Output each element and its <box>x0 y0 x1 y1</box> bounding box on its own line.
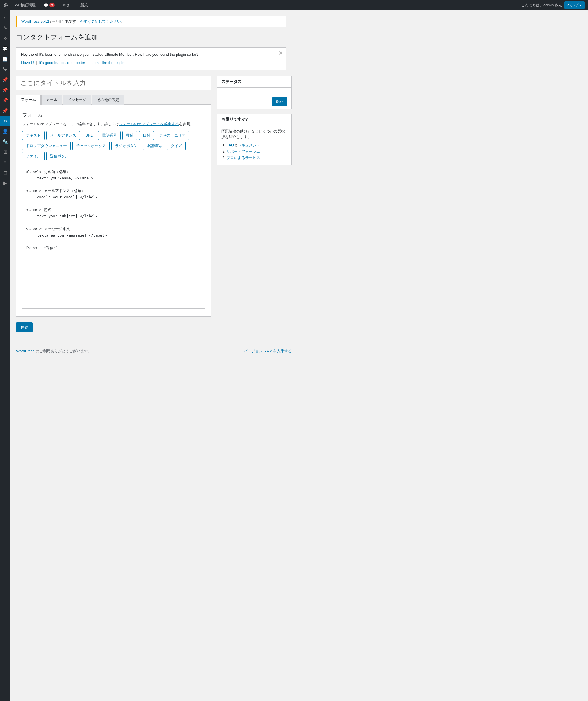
separator2: | <box>87 60 88 65</box>
sidebar-item-users[interactable]: 👤 <box>0 126 10 136</box>
update-notice: WordPress 5.4.2 が利用可能です！今すぐ更新してください。 <box>16 16 286 27</box>
tag-btn-date[interactable]: 日付 <box>139 131 154 140</box>
tab-email[interactable]: メール <box>41 95 62 105</box>
form-template-link[interactable]: フォームのテンプレートを編集する <box>119 122 179 126</box>
page-title: コンタクトフォームを追加 <box>16 33 582 42</box>
plugin-notice: Hey there! It's been one month since you… <box>16 47 286 70</box>
site-name-label: WP検証環境 <box>15 3 36 8</box>
tag-btn-dropdown[interactable]: ドロップダウンメニュー <box>22 142 71 150</box>
main-content: WordPress 5.4.2 が利用可能です！今すぐ更新してください。 コンタ… <box>10 10 588 701</box>
help-widget-title: お困りですか? <box>217 114 291 125</box>
sidebar-item-settings[interactable]: ≡ <box>0 157 10 167</box>
form-panel-title: フォーム <box>22 112 205 119</box>
sidebar-item-pin3[interactable]: 📌 <box>0 95 10 105</box>
tabs-nav: フォーム メール メッセージ その他の設定 <box>16 94 211 105</box>
tag-btn-text[interactable]: テキスト <box>22 131 44 140</box>
content-sidebar: ステータス 保存 お困りですか? 問題解決の助けとなるいくつかの選択肢を紹介しま… <box>217 76 292 332</box>
comments-item[interactable]: 💬 9 <box>42 0 56 10</box>
update-now-link[interactable]: 今すぐ更新してください <box>80 19 121 24</box>
form-desc-prefix: フォームのテンプレートをここで編集できます。詳しくは <box>22 122 119 126</box>
content-layout: フォーム メール メッセージ その他の設定 フォーム フォームのテンプレートをこ… <box>16 76 292 332</box>
tag-btn-number[interactable]: 数値 <box>122 131 137 140</box>
sidebar-item-pin2[interactable]: 📌 <box>0 85 10 95</box>
tabs-container: フォーム メール メッセージ その他の設定 フォーム フォームのテンプレートをこ… <box>16 94 211 317</box>
could-be-better-link[interactable]: It's good but could be better <box>39 60 85 65</box>
sidebar-item-contact[interactable]: ✉ <box>0 116 10 126</box>
status-widget-title: ステータス <box>217 76 291 87</box>
form-desc-suffix: を参照。 <box>179 122 194 126</box>
plugin-notice-text: Hey there! It's been one month since you… <box>21 52 281 58</box>
new-content-item[interactable]: + 新規 <box>75 0 89 10</box>
tag-btn-tel[interactable]: 電話番号 <box>98 131 121 140</box>
help-widget: お困りですか? 問題解決の助けとなるいくつかの選択肢を紹介します。 FAQとドキ… <box>217 114 292 165</box>
comment-icon: 💬 <box>44 3 48 7</box>
help-button[interactable]: ヘルプ ▾ <box>564 1 585 9</box>
greeting-text: こんにちは、admin さん <box>521 3 562 8</box>
version-link[interactable]: バージョン 5.4.2 を入手する <box>244 348 292 354</box>
wp-version-link[interactable]: WordPress 5.4.2 <box>21 19 49 24</box>
tag-btn-textarea[interactable]: テキストエリア <box>156 131 189 140</box>
update-notice-period: 。 <box>121 19 125 24</box>
sidebar-item-pages[interactable]: 📄 <box>0 54 10 64</box>
tab-other-settings[interactable]: その他の設定 <box>92 95 124 105</box>
sidebar-item-dashboard[interactable]: ⌂ <box>0 13 10 22</box>
tag-btn-url[interactable]: URL <box>81 131 96 140</box>
sidebar-item-pin4[interactable]: 📌 <box>0 105 10 115</box>
form-title-input[interactable] <box>16 76 211 90</box>
wp-logo-icon[interactable]: ⊕ <box>3 2 8 9</box>
help-label: ヘルプ <box>567 3 579 8</box>
site-name-item[interactable]: WP検証環境 <box>13 0 37 10</box>
tab-message[interactable]: メッセージ <box>63 95 91 105</box>
status-save-row: 保存 <box>217 94 291 109</box>
message-icon: ✉ <box>62 3 66 7</box>
separator1: | <box>36 60 37 65</box>
admin-bar: ⊕ WP検証環境 💬 9 ✉ 0 + 新規 こんにちは、admin さん ヘルプ… <box>0 0 588 10</box>
sidebar-item-play[interactable]: ▶ <box>0 178 10 188</box>
update-notice-text: が利用可能です！ <box>49 19 80 24</box>
messages-item[interactable]: ✉ 0 <box>61 0 71 10</box>
sidebar-item-feedback[interactable]: 🗨 <box>0 64 10 74</box>
form-panel: フォーム フォームのテンプレートをここで編集できます。詳しくはフォームのテンプレ… <box>16 105 211 317</box>
form-code-textarea[interactable]: <label> お名前（必須） [text* your-name] </labe… <box>22 165 205 308</box>
forum-link[interactable]: サポートフォーラム <box>226 149 260 154</box>
admin-sidebar: ⌂ ✎ ❖ 💬 📄 🗨 📌 📌 📌 📌 ✉ 👤 🔩 ⊞ ≡ ⊡ ▶ <box>0 10 10 701</box>
tag-btn-acceptance[interactable]: 承諾確認 <box>143 142 165 150</box>
new-content-label: + 新規 <box>77 3 87 8</box>
chevron-down-icon: ▾ <box>580 3 582 7</box>
help-description: 問題解決の助けとなるいくつかの選択肢を紹介します。 <box>221 129 287 140</box>
pro-service-link[interactable]: プロによるサービス <box>226 156 260 160</box>
comments-badge: 9 <box>49 3 54 7</box>
tab-form[interactable]: フォーム <box>16 95 41 105</box>
sidebar-item-custom[interactable]: ⊡ <box>0 168 10 177</box>
sidebar-item-pin1[interactable]: 📌 <box>0 75 10 84</box>
dont-like-link[interactable]: I don't like the plugin <box>90 60 124 65</box>
status-save-button[interactable]: 保存 <box>272 97 287 106</box>
adminbar-right: こんにちは、admin さん ヘルプ ▾ <box>521 1 585 9</box>
tag-btn-email[interactable]: メールアドレス <box>46 131 80 140</box>
wordpress-footer-link[interactable]: WordPress <box>16 349 34 353</box>
content-main: フォーム メール メッセージ その他の設定 フォーム フォームのテンプレートをこ… <box>16 76 211 332</box>
tag-btn-quiz[interactable]: クイズ <box>167 142 186 150</box>
sidebar-item-plugins[interactable]: ⊞ <box>0 147 10 157</box>
sidebar-item-comments[interactable]: 💬 <box>0 44 10 53</box>
messages-count: 0 <box>67 3 69 7</box>
close-notice-button[interactable]: ✕ <box>278 50 283 56</box>
form-panel-desc: フォームのテンプレートをここで編集できます。詳しくはフォームのテンプレートを編集… <box>22 122 205 127</box>
tag-btn-submit[interactable]: 送信ボタン <box>46 152 72 161</box>
footer-text: WordPress のご利用ありがとうございます。 <box>16 348 91 354</box>
bottom-save-button[interactable]: 保存 <box>16 322 33 332</box>
sidebar-item-media[interactable]: ❖ <box>0 33 10 43</box>
tag-btn-file[interactable]: ファイル <box>22 152 44 161</box>
love-it-link[interactable]: I love it! <box>21 60 34 65</box>
faq-link[interactable]: FAQ <box>226 143 234 147</box>
status-widget-body <box>217 87 291 94</box>
footer-thanks: のご利用ありがとうございます。 <box>34 349 91 353</box>
tag-btn-checkbox[interactable]: チェックボックス <box>72 142 110 150</box>
sidebar-item-tools[interactable]: 🔩 <box>0 137 10 147</box>
sidebar-item-posts[interactable]: ✎ <box>0 23 10 33</box>
status-widget: ステータス 保存 <box>217 76 292 109</box>
help-links: FAQとドキュメント サポートフォーラム プロによるサービス <box>221 143 287 161</box>
tag-btn-radio[interactable]: ラジオボタン <box>112 142 141 150</box>
docs-link[interactable]: ドキュメント <box>238 143 260 147</box>
tag-buttons-container: テキスト メールアドレス URL 電話番号 数値 日付 テキストエリア ドロップ… <box>22 131 205 161</box>
